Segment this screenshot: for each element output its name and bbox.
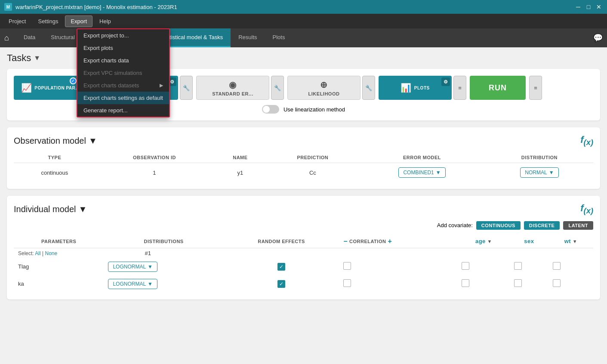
export-charts-settings-item[interactable]: Export charts settings as default [77, 92, 169, 104]
observation-fx-icon[interactable]: f(x) [580, 134, 593, 147]
tab-results[interactable]: Results [231, 28, 265, 47]
export-plots-item[interactable]: Export plots [77, 42, 169, 54]
sex-col-link[interactable]: sex [524, 238, 534, 244]
observation-model-section: Observation model ▼ f(x) TYPE OBSERVATIO… [7, 127, 600, 189]
covariate-label: Add covariate: [437, 222, 473, 228]
export-vpc-item: Export VPC simulations [77, 67, 169, 79]
obs-col-name: NAME [213, 152, 267, 163]
standard-er-icon: ◉ [229, 80, 237, 90]
ka-age [457, 275, 510, 293]
generate-report-item[interactable]: Generate report... [77, 104, 169, 117]
individual-table: PARAMETERS DISTRIBUTIONS RANDOM EFFECTS … [14, 235, 593, 293]
ka-wt-checkbox[interactable] [553, 279, 561, 287]
obs-row-obsid: 1 [96, 163, 213, 182]
minimize-button[interactable]: ─ [574, 3, 582, 11]
correlation-num: #1 [145, 250, 151, 256]
ka-age-checkbox[interactable] [462, 279, 469, 287]
ind-col-params: PARAMETERS [14, 235, 104, 248]
ind-col-sex: sex [510, 235, 548, 248]
title-bar: M warfarinPK_project.mlxtran [demo] - Mo… [0, 0, 607, 14]
dist-ka[interactable]: LOGNORMAL ▼ [104, 275, 223, 293]
tlag-wt-checkbox[interactable] [553, 262, 561, 270]
obs-row-errormodel[interactable]: COMBINED1 ▼ [358, 163, 486, 182]
dist-tlag[interactable]: LOGNORMAL ▼ [104, 258, 223, 275]
ka-sex-checkbox[interactable] [514, 279, 522, 287]
age-col-link[interactable]: age [475, 238, 486, 244]
comment-icon[interactable]: 💬 [593, 33, 603, 43]
tlag-corr [339, 258, 457, 275]
discrete-covariate-button[interactable]: DISCRETE [524, 221, 560, 230]
continuous-covariate-button[interactable]: CONTINUOUS [476, 221, 521, 230]
likelihood-icon: ⊕ [320, 80, 328, 90]
tasks-title: Tasks [7, 52, 31, 64]
tlag-random-effect[interactable]: ✓ [224, 258, 339, 275]
maximize-button[interactable]: □ [585, 3, 592, 11]
wt-arrow-icon[interactable]: ▼ [573, 239, 577, 244]
individual-model-section: Individual model ▼ f(x) Add covariate: C… [7, 196, 600, 299]
linearization-toggle[interactable] [262, 105, 279, 114]
export-charts-datasets-item[interactable]: Export charts datasets ▶ [77, 79, 169, 92]
individual-fx-icon[interactable]: f(x) [580, 203, 593, 216]
observation-model-title: Observation model [14, 136, 86, 146]
ka-random-effect[interactable]: ✓ [224, 275, 339, 293]
ind-col-dist: DISTRIBUTIONS [104, 235, 223, 248]
distribution-dropdown[interactable]: NORMAL ▼ [520, 167, 558, 178]
error-model-dropdown-arrow: ▼ [436, 170, 441, 176]
conditional-di-wrench-button[interactable]: 🔧 [180, 76, 193, 100]
error-model-dropdown[interactable]: COMBINED1 ▼ [398, 167, 445, 178]
tlag-age-checkbox[interactable] [462, 262, 469, 270]
plots-settings-icon[interactable]: ⚙ [441, 77, 450, 86]
standard-er-button[interactable]: ◉ STANDARD ER... [196, 76, 269, 100]
ka-wt [548, 275, 593, 293]
tlag-sex [510, 258, 548, 275]
obs-row-distribution[interactable]: NORMAL ▼ [486, 163, 593, 182]
select-none-link[interactable]: None [45, 250, 58, 256]
home-icon[interactable]: ⌂ [4, 34, 9, 43]
tab-plots[interactable]: Plots [265, 28, 293, 47]
select-all-link[interactable]: All [35, 250, 40, 256]
tlag-corr-checkbox[interactable] [343, 262, 351, 270]
export-project-item[interactable]: Export project to... [77, 29, 169, 42]
age-arrow-icon[interactable]: ▼ [487, 239, 492, 244]
tlag-sex-checkbox[interactable] [514, 262, 522, 270]
menu-export[interactable]: Export [65, 15, 92, 27]
ind-col-wt: wt ▼ [548, 235, 593, 248]
population-par-button[interactable]: 📈 POPULATION PAR... ✓ ⚙ [14, 76, 87, 100]
tasks-arrow-icon[interactable]: ▼ [34, 54, 40, 62]
individual-model-arrow-icon[interactable]: ▼ [79, 204, 87, 214]
plots-button[interactable]: 📊 PLOTS ⚙ [379, 76, 452, 100]
plots-list-button[interactable]: ≡ [453, 76, 466, 100]
menu-help[interactable]: Help [94, 16, 116, 27]
tlag-checkbox[interactable]: ✓ [277, 263, 285, 271]
covariate-row: Add covariate: CONTINUOUS DISCRETE LATEN… [14, 221, 593, 230]
table-row: continuous 1 y1 Cc COMBINED1 ▼ NORMAL ▼ [14, 163, 593, 182]
export-charts-data-item[interactable]: Export charts data [77, 54, 169, 67]
menu-project[interactable]: Project [3, 16, 31, 27]
menu-settings[interactable]: Settings [33, 16, 63, 27]
distribution-dropdown-arrow: ▼ [549, 170, 554, 176]
standard-er-wrench-button[interactable]: 🔧 [271, 76, 284, 100]
ka-checkbox[interactable]: ✓ [277, 280, 285, 288]
individual-model-header: Individual model ▼ f(x) [14, 203, 593, 216]
run-button[interactable]: RUN [470, 76, 526, 100]
obs-col-obsid: OBSERVATION ID [96, 152, 213, 163]
ka-corr-checkbox[interactable] [343, 279, 351, 287]
observation-model-arrow-icon[interactable]: ▼ [89, 136, 97, 146]
correlation-plus-icon[interactable]: + [388, 238, 392, 245]
correlation-minus-icon[interactable]: − [343, 238, 348, 245]
run-list-button[interactable]: ≡ [529, 76, 542, 100]
likelihood-button[interactable]: ⊕ LIKELIHOOD [287, 76, 361, 100]
table-row-ka: ka LOGNORMAL ▼ ✓ [14, 275, 593, 293]
obs-row-name: y1 [213, 163, 267, 182]
latent-covariate-button[interactable]: LATENT [563, 221, 593, 230]
likelihood-wrench-button[interactable]: 🔧 [362, 76, 375, 100]
window-controls[interactable]: ─ □ ✕ [574, 3, 603, 11]
close-button[interactable]: ✕ [595, 3, 603, 11]
tlag-dist-arrow: ▼ [148, 264, 153, 270]
wt-col-link[interactable]: wt [564, 238, 571, 244]
tab-data[interactable]: Data [16, 28, 43, 47]
tlag-dist-dropdown[interactable]: LOGNORMAL ▼ [108, 262, 157, 272]
table-row: Select: All | None #1 [14, 248, 593, 258]
ka-dist-dropdown[interactable]: LOGNORMAL ▼ [108, 279, 157, 289]
individual-model-title: Individual model [14, 204, 76, 214]
